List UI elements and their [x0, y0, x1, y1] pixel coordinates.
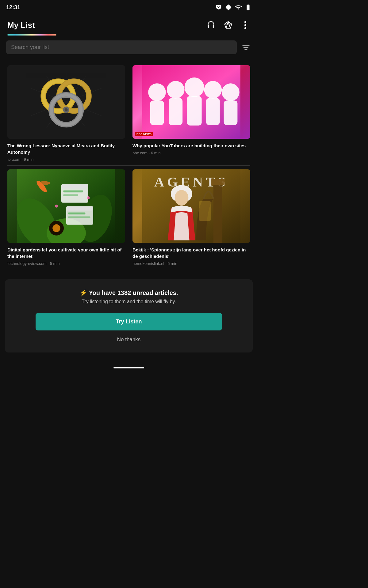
- svg-point-48: [38, 181, 50, 185]
- search-input-wrapper[interactable]: [6, 40, 237, 54]
- bbc-badge: BBC NEWS: [135, 132, 153, 136]
- article-title-1: The Wrong Lesson: Nynaeve al'Meara and B…: [7, 142, 125, 155]
- svg-rect-50: [62, 185, 88, 189]
- promo-sub-text: Try listening to them and the time will …: [12, 299, 245, 304]
- article-card-1[interactable]: The Wrong Lesson: Nynaeve al'Meara and B…: [4, 62, 129, 165]
- article-title-2: Why popular YouTubers are building their…: [132, 142, 250, 149]
- article-thumbnail-2: BBC NEWS: [132, 65, 250, 139]
- battery-icon: [245, 4, 251, 11]
- promo-icon: ⚡: [79, 289, 87, 296]
- svg-point-57: [87, 196, 90, 199]
- svg-point-5: [244, 24, 246, 26]
- svg-point-35: [185, 77, 204, 97]
- more-options-button[interactable]: [240, 20, 250, 30]
- svg-rect-55: [68, 213, 85, 214]
- article-meta-2: bbc.com · 6 min: [132, 151, 250, 155]
- article-thumbnail-3: [7, 169, 125, 243]
- svg-rect-32: [150, 100, 164, 125]
- no-thanks-button[interactable]: No thanks: [117, 337, 141, 343]
- page-title: My List: [7, 21, 35, 30]
- svg-rect-51: [63, 190, 83, 192]
- svg-point-33: [167, 81, 185, 99]
- svg-point-37: [204, 81, 222, 99]
- pocket-icon: [215, 4, 222, 11]
- svg-rect-62: [211, 179, 225, 185]
- promo-main-text: ⚡ You have 1382 unread articles.: [12, 289, 245, 296]
- status-icons: [215, 4, 251, 11]
- article-card-2[interactable]: BBC NEWS Why popular YouTubers are build…: [129, 62, 254, 165]
- svg-point-46: [52, 224, 60, 232]
- article-meta-4: nemokennislink.nl · 5 min: [132, 261, 250, 266]
- svg-rect-54: [67, 207, 93, 211]
- svg-rect-40: [224, 100, 238, 125]
- search-input[interactable]: [11, 44, 232, 51]
- articles-grid: The Wrong Lesson: Nynaeve al'Meara and B…: [0, 59, 258, 272]
- article-meta-1: tor.com · 9 min: [7, 157, 125, 162]
- diamond-button[interactable]: [223, 20, 233, 30]
- nav-actions: [206, 20, 250, 30]
- svg-rect-61: [213, 179, 222, 243]
- search-container: [0, 36, 258, 59]
- svg-point-64: [175, 190, 189, 205]
- promo-banner: ⚡ You have 1382 unread articles. Try lis…: [5, 279, 253, 352]
- svg-point-31: [148, 83, 166, 101]
- svg-point-4: [244, 21, 246, 23]
- svg-rect-34: [169, 98, 182, 125]
- svg-rect-38: [206, 98, 220, 125]
- svg-point-39: [222, 83, 240, 101]
- svg-rect-52: [63, 194, 78, 196]
- try-listen-button[interactable]: Try Listen: [36, 313, 222, 330]
- article-card-4[interactable]: AGENTS: [129, 166, 254, 270]
- top-nav: My List: [0, 15, 258, 34]
- article-card-3[interactable]: Digital gardens let you cultivate your o…: [4, 166, 129, 270]
- filter-button[interactable]: [240, 42, 251, 53]
- status-time: 12:31: [6, 4, 20, 11]
- svg-rect-56: [68, 217, 90, 218]
- article-thumbnail-4: AGENTS: [132, 169, 250, 243]
- svg-point-29: [65, 108, 68, 111]
- home-indicator: [113, 367, 144, 368]
- article-thumbnail-1: [7, 65, 125, 139]
- wifi-icon: [235, 4, 242, 11]
- article-title-3: Digital gardens let you cultivate your o…: [7, 247, 125, 259]
- article-meta-3: technologyreview.com · 5 min: [7, 261, 125, 266]
- svg-rect-36: [187, 96, 202, 126]
- headphones-button[interactable]: [206, 20, 216, 30]
- settings-icon: [225, 4, 232, 11]
- svg-rect-65: [199, 201, 211, 221]
- article-title-4: Bekijk : 'Spionnes zijn lang over het ho…: [132, 247, 250, 259]
- svg-point-58: [55, 205, 58, 208]
- status-bar: 12:31: [0, 0, 258, 15]
- svg-point-6: [244, 27, 246, 29]
